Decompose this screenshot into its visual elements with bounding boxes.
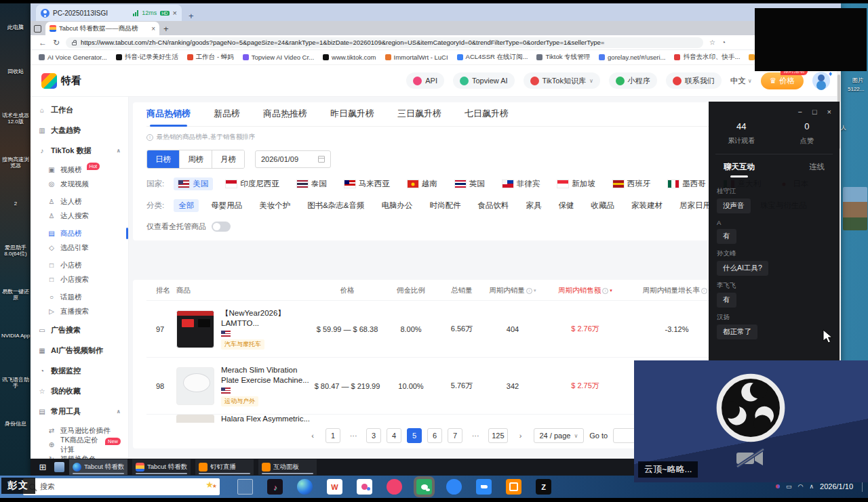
desktop-icon-identity-folder[interactable]: 身份信息 [1, 403, 31, 447]
page-size-select[interactable]: 24 / page ∨ [534, 428, 585, 443]
sidebar-item[interactable]: □ 小店搜索 [31, 272, 128, 287]
table-column-header[interactable]: 佣金比例 i ▾ [382, 286, 439, 295]
sidebar-item[interactable]: ▥ 大盘趋势 [31, 122, 128, 139]
reload-icon[interactable]: ↻ [53, 39, 60, 47]
bookmark-item[interactable]: 抖音-记录美好生活 [116, 53, 178, 62]
泰国[interactable]: 泰国 [292, 177, 332, 190]
sidebar-item[interactable]: ◔ 数据监控 [31, 362, 128, 379]
header-nav-pill[interactable]: 小程序 [609, 72, 657, 89]
ranking-tab[interactable]: 昨日飙升榜 [330, 102, 374, 127]
fully-managed-toggle[interactable] [212, 222, 231, 232]
bookmark-star-icon[interactable]: ☆ [709, 39, 715, 46]
sidebar-item[interactable]: ◇ 选品引擎 [31, 240, 128, 255]
page-button[interactable]: 3 [366, 428, 381, 443]
edge-icon[interactable] [297, 479, 313, 495]
xunlei-icon[interactable] [446, 479, 462, 495]
pricing-button[interactable]: ♛ 价格 限时活动 [761, 72, 804, 89]
sidebar-item[interactable]: ▣ 视频榜 Hot [31, 163, 128, 177]
sort-caret-icon[interactable]: ▾ [534, 288, 536, 293]
西班牙[interactable]: 西班牙 [608, 177, 656, 190]
page-button[interactable]: 4 [387, 428, 401, 443]
desktop-icon-sogou-browser[interactable]: 搜狗高速浏览器 [1, 139, 31, 183]
table-column-header[interactable]: 排名 i ▾ [146, 286, 176, 295]
page-button[interactable]: ··· [346, 428, 361, 443]
sidebar-item[interactable]: ○ 话题榜 [31, 290, 128, 304]
page-button[interactable]: 7 [448, 428, 462, 443]
bookmark-item[interactable]: www.tiktok.com [323, 54, 376, 61]
taskbar-date[interactable]: 2026/1/10 [820, 482, 853, 490]
wifi-icon[interactable]: ◠ [798, 483, 804, 490]
desktop-icon-nvidia[interactable]: NVIDIA App [1, 315, 31, 359]
category-filter-item[interactable]: 家装建材 [627, 199, 667, 212]
header-nav-pill[interactable]: 联系我们 [666, 72, 722, 89]
url-input[interactable]: https://www.tabcut.com/zh-CN/ranking/goo… [66, 37, 703, 48]
ranking-tab[interactable]: 七日飙升榜 [465, 102, 509, 127]
show-desktop-button[interactable] [862, 481, 863, 492]
hudong-panel-icon[interactable] [506, 479, 521, 495]
chat-tab[interactable]: 聊天互动 [724, 162, 755, 177]
task-view-icon[interactable] [237, 479, 253, 495]
taskbar-window-hudong-panel[interactable]: 互动面板 [258, 459, 317, 475]
sidebar-item[interactable]: ▷ 直播搜索 [31, 304, 128, 318]
header-nav-pill[interactable]: TikTok知识库 ∨ [524, 72, 600, 89]
bookmark-item[interactable]: ACL4SSR 在线订阅... [457, 53, 528, 62]
media-app-icon[interactable] [357, 479, 372, 495]
ranking-tab[interactable]: 新品榜 [214, 102, 240, 127]
page-button[interactable]: ··· [468, 428, 483, 443]
马来西亚[interactable]: 马来西亚 [340, 177, 395, 190]
dingtalk-icon[interactable] [476, 479, 492, 495]
category-filter-item[interactable]: 保健 [554, 199, 579, 212]
sidebar-item[interactable]: ♙ 达人榜 [31, 194, 128, 209]
sidebar-item[interactable]: ▭ 广告搜索 [31, 322, 128, 339]
ranking-tab[interactable]: 三日飙升榜 [397, 102, 441, 127]
profile-icon[interactable]: ◔ [722, 39, 726, 46]
tray-display-icon[interactable]: ▭ [786, 483, 792, 490]
start-button-icon[interactable]: ⊞ [36, 462, 50, 472]
菲律宾[interactable]: 菲律宾 [498, 177, 545, 190]
desktop-icon-folder-2[interactable]: 2 [1, 183, 31, 227]
desktop-icon-this-pc[interactable]: 此电脑 [1, 7, 31, 51]
wechat-icon[interactable] [416, 479, 432, 495]
ranking-tab[interactable]: 商品热销榜 [146, 102, 191, 127]
taskbar-window-tabcut[interactable]: Tabcut 特看数... [132, 459, 191, 475]
desktop-icon-i4tools[interactable]: 爱思助手8.0(64位) [1, 227, 31, 271]
sidebar-item[interactable]: □ 小店榜 [31, 258, 128, 272]
page-button[interactable]: ‹ [305, 428, 320, 443]
category-filter-item[interactable]: 全部 [174, 199, 199, 212]
sidebar-item[interactable]: ♪ TikTok 数据 ∧ [31, 142, 128, 159]
table-column-header[interactable]: 周期内销售额 i ▾ [541, 286, 629, 295]
category-filter-item[interactable]: 家具 [521, 199, 547, 212]
category-filter-item[interactable]: 美妆个护 [254, 199, 295, 212]
category-filter-item[interactable]: 母婴用品 [206, 199, 247, 212]
sort-caret-icon[interactable]: ▾ [610, 288, 612, 293]
new-session-icon[interactable]: + [189, 11, 194, 21]
douyin-icon[interactable] [267, 479, 283, 495]
category-filter-item[interactable]: 收藏品 [587, 199, 620, 212]
bookmark-item[interactable]: ImmortalWrt - LuCI [385, 54, 448, 61]
新加坡[interactable]: 新加坡 [553, 177, 600, 190]
remote-session-tab[interactable]: PC-20250113ISGI 12ms HD × [36, 5, 182, 21]
back-icon[interactable]: ← [39, 39, 47, 47]
印度尼西亚[interactable]: 印度尼西亚 [221, 177, 284, 190]
header-nav-pill[interactable]: Topview AI [453, 72, 515, 89]
new-tab-icon[interactable]: + [163, 24, 169, 34]
bookmark-item[interactable]: gorelay.net/#/useri... [599, 54, 665, 61]
sidebar-item[interactable]: ▤ 常用工具 ∧ [31, 403, 128, 420]
maximize-icon[interactable]: □ [812, 108, 817, 116]
bookmark-item[interactable]: Topview AI Video Cr... [243, 54, 314, 61]
z-app-icon[interactable] [536, 479, 551, 495]
user-avatar[interactable]: ♦ [812, 72, 830, 89]
table-column-header[interactable]: 价格 i ▾ [312, 286, 382, 295]
sidebar-item[interactable]: ◎ 发现视频 [31, 177, 128, 191]
browser-tab[interactable]: Tabcut 特看数据——商品榜 × [45, 22, 159, 35]
bookmark-item[interactable]: AI Voice Generator... [39, 54, 107, 61]
date-picker[interactable]: 2026/01/09 [255, 150, 331, 168]
page-button[interactable]: › [513, 428, 528, 443]
close-tab-icon[interactable]: × [151, 25, 155, 33]
desktop-icon-script-generator[interactable]: 话术生成器12.0版 [1, 95, 31, 139]
period-tab[interactable]: 周榜 [179, 150, 212, 168]
tray-expand-icon[interactable]: ∧ [809, 483, 814, 490]
sidebar-item[interactable]: ⊕ TK商品定价计算 New [31, 438, 128, 452]
ranking-tab[interactable]: 商品热推榜 [263, 102, 307, 127]
墨西哥[interactable]: 墨西哥 [663, 177, 711, 190]
